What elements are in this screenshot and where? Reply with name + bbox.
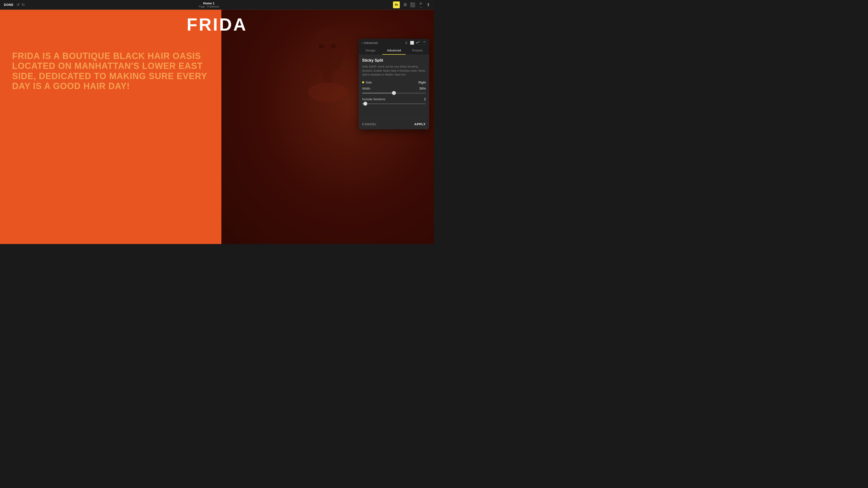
page-status: Page · Published <box>199 5 219 8</box>
share-icon[interactable]: ⬆ <box>427 2 430 7</box>
width-field-row: Width 50% <box>362 87 426 90</box>
panel-tabs: Design Advanced Presets <box>359 47 429 55</box>
width-label: Width <box>362 87 370 90</box>
apply-button[interactable]: APPLY <box>414 122 426 126</box>
top-bar-center: Home 1 Page · Published <box>199 1 219 8</box>
width-slider-container <box>362 93 426 93</box>
include-sections-label: Include Sections <box>362 97 385 101</box>
side-value[interactable]: Right <box>418 81 426 84</box>
width-slider-track[interactable] <box>362 93 426 93</box>
side-label: Side <box>362 81 372 84</box>
panel-footer: CANCEL APPLY <box>359 119 429 129</box>
include-sections-slider-track[interactable] <box>362 103 426 104</box>
left-section: FRIDA IS A BOUTIQUE BLACK HAIR OASIS LOC… <box>0 10 221 244</box>
side-dot-icon <box>362 81 364 83</box>
width-value: 50% <box>420 87 426 90</box>
panel-back-button[interactable]: ‹ Advanced <box>362 41 378 45</box>
back-chevron-icon: ‹ <box>362 41 363 45</box>
include-sections-slider-thumb[interactable] <box>363 102 367 105</box>
panel-device-icons: 🖥 ⬜ 📲 📱 <box>405 41 426 45</box>
tab-advanced[interactable]: Advanced <box>382 47 406 55</box>
panel: Mobile ‹ Advanced 🖥 ⬜ 📲 📱 Design Advance… <box>359 39 429 129</box>
top-bar-right: Sk 🖥 ⬛ 📱 ⬆ <box>393 1 430 8</box>
panel-desktop-icon[interactable]: 🖥 <box>405 41 408 45</box>
undo-button[interactable]: ↺ <box>17 3 20 7</box>
mobile-view-icon[interactable]: 📱 <box>418 2 424 7</box>
undo-redo-group: ↺ ↻ <box>17 3 25 7</box>
page-title: Home 1 <box>199 1 219 5</box>
width-slider-thumb[interactable] <box>392 91 396 95</box>
body-text: FRIDA IS A BOUTIQUE BLACK HAIR OASIS LOC… <box>12 51 209 91</box>
width-slider-fill <box>362 93 394 93</box>
tablet-view-icon[interactable]: ⬛ <box>410 2 415 7</box>
panel-tablet-large-icon[interactable]: ⬜ <box>410 41 414 45</box>
include-sections-slider-container <box>362 103 426 104</box>
tab-presets[interactable]: Presets <box>406 47 429 55</box>
top-bar: DONE ↺ ↻ Home 1 Page · Published Sk 🖥 ⬛ … <box>0 0 434 10</box>
include-sections-field-row: Include Sections 2 <box>362 97 426 101</box>
top-bar-left: DONE ↺ ↻ <box>4 3 25 7</box>
done-button[interactable]: DONE <box>4 3 13 6</box>
redo-button[interactable]: ↻ <box>22 3 25 7</box>
side-field-row: Side Right <box>362 81 426 84</box>
panel-back-label: Advanced <box>364 41 378 45</box>
include-sections-value: 2 <box>424 97 426 101</box>
tab-design[interactable]: Design <box>359 47 382 55</box>
panel-mobile-icon[interactable]: 📱 <box>422 41 426 45</box>
panel-tablet-icon[interactable]: 📲 <box>416 41 420 45</box>
desktop-view-icon[interactable]: 🖥 <box>403 2 407 7</box>
panel-header: ‹ Advanced 🖥 ⬜ 📲 📱 <box>359 39 429 47</box>
panel-content: Sticky Split Hello SQSP, check out the n… <box>359 55 429 104</box>
squarespace-logo: Sk <box>393 1 400 8</box>
canvas: FRIDA IS A BOUTIQUE BLACK HAIR OASIS LOC… <box>0 10 434 244</box>
section-description: Hello SQSP, check out the new Sticky Scr… <box>362 65 426 77</box>
section-title: Sticky Split <box>362 58 426 63</box>
cancel-button[interactable]: CANCEL <box>362 122 377 126</box>
